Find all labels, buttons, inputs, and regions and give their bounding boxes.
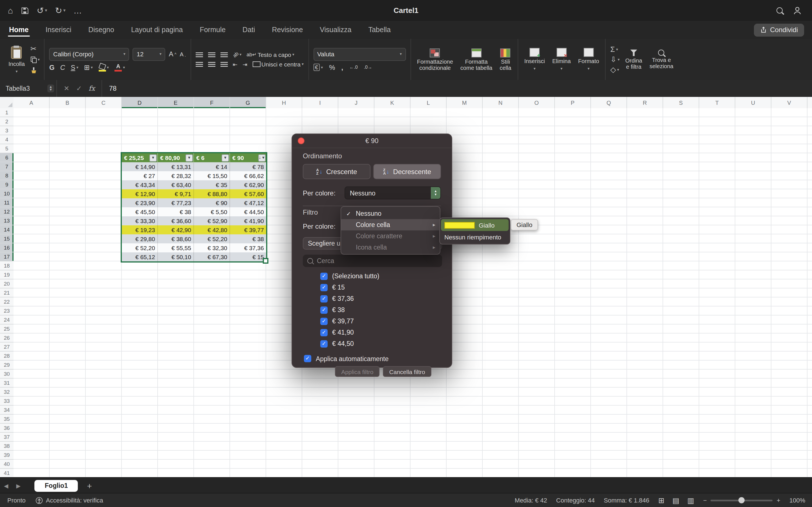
status-count[interactable]: Conteggio: 44 (556, 497, 595, 504)
undo-button[interactable]: ↺▾ (37, 5, 47, 15)
borders-button[interactable]: ⊞▾ (84, 63, 93, 71)
submenu-item-giallo[interactable]: Giallo (441, 219, 509, 231)
row-header-19[interactable]: 19 (0, 270, 13, 279)
search-icon[interactable] (776, 7, 783, 13)
sort-filter-button[interactable]: Ordina e filtra (624, 48, 644, 71)
percent-format-button[interactable]: % (329, 63, 335, 71)
filter-search-input[interactable]: Cerca (303, 255, 442, 267)
increase-font-button[interactable]: A^ (169, 50, 176, 58)
row-header-37[interactable]: 37 (0, 433, 13, 442)
table-cell[interactable]: € 37,36 (230, 243, 266, 252)
format-as-table-button[interactable]: Formatta come tabella (459, 47, 494, 72)
column-header-A[interactable]: A (13, 97, 50, 108)
row-header-31[interactable]: 31 (0, 379, 13, 388)
accessibility-status[interactable]: Accessibilità: verifica (36, 497, 103, 504)
zoom-slider-knob[interactable] (739, 497, 745, 503)
table-cell[interactable]: € 88,80 (194, 189, 230, 198)
table-cell[interactable]: € 9,71 (158, 189, 194, 198)
row-header-2[interactable]: 2 (0, 117, 13, 126)
table-cell[interactable]: € 38,60 (158, 234, 194, 243)
row-header-14[interactable]: 14 (0, 225, 13, 234)
menu-item-nessuno[interactable]: ✓Nessuno (341, 208, 440, 219)
wrap-text-button[interactable]: ab↵Testo a capo▾ (247, 51, 294, 58)
format-cells-button[interactable]: Formato ▾ (576, 47, 601, 72)
table-cell[interactable]: € 65,12 (122, 252, 158, 262)
row-header-41[interactable]: 41 (0, 469, 13, 478)
column-header-S[interactable]: S (663, 97, 699, 108)
tab-inserisci[interactable]: Inserisci (44, 22, 72, 37)
row-header-9[interactable]: 9 (0, 180, 13, 189)
save-icon[interactable] (21, 6, 29, 14)
row-header-40[interactable]: 40 (0, 460, 13, 469)
column-header-C[interactable]: C (86, 97, 122, 108)
filter-dropdown-button[interactable]: ▼ (221, 154, 229, 161)
formula-input[interactable]: 78 (102, 84, 117, 93)
status-sum[interactable]: Somma: € 1.846 (604, 497, 649, 504)
table-cell[interactable]: € 23,90 (122, 198, 158, 207)
column-header-K[interactable]: K (374, 97, 410, 108)
column-header-U[interactable]: U (735, 97, 771, 108)
column-header-B[interactable]: B (50, 97, 86, 108)
underline-button[interactable]: S▾ (71, 63, 79, 71)
more-commands-button[interactable]: … (73, 6, 82, 15)
name-box[interactable]: Tabella3 ▲▼ (0, 80, 57, 97)
column-header-E[interactable]: E (158, 97, 194, 108)
column-header-Q[interactable]: Q (591, 97, 627, 108)
row-header-20[interactable]: 20 (0, 279, 13, 288)
sort-descending-button[interactable]: ZA↓ Decrescente (373, 164, 441, 179)
font-size-select[interactable]: 12▾ (133, 48, 165, 61)
table-cell[interactable]: € 78 (230, 162, 266, 171)
tab-tabella[interactable]: Tabella (367, 22, 392, 37)
decrease-indent-button[interactable]: ⇤ (233, 61, 238, 67)
decrease-font-button[interactable]: A˯ (180, 51, 186, 57)
insert-function-icon[interactable]: fx (89, 84, 95, 93)
find-select-button[interactable]: Trova e seleziona (648, 48, 675, 70)
table-cell[interactable]: € 39,77 (230, 225, 266, 234)
align-middle-icon[interactable] (208, 52, 215, 57)
column-header-J[interactable]: J (338, 97, 374, 108)
row-header-4[interactable]: 4 (0, 135, 13, 144)
column-header-O[interactable]: O (519, 97, 555, 108)
row-header-15[interactable]: 15 (0, 234, 13, 243)
insert-cells-button[interactable]: Inserisci ▾ (522, 47, 546, 72)
table-cell[interactable]: € 63,40 (158, 180, 194, 189)
row-header-12[interactable]: 12 (0, 207, 13, 216)
row-header-11[interactable]: 11 (0, 198, 13, 207)
format-painter-button[interactable] (31, 66, 40, 75)
filter-value-checkbox[interactable] (320, 295, 327, 302)
cancel-entry-icon[interactable]: ✕ (64, 84, 69, 93)
align-left-icon[interactable] (196, 62, 203, 67)
table-cell[interactable]: € 42,80 (194, 225, 230, 234)
table-cell[interactable]: € 12,90 (122, 189, 158, 198)
tab-formule[interactable]: Formule (199, 22, 227, 37)
row-header-38[interactable]: 38 (0, 442, 13, 451)
filter-dropdown-button[interactable]: ▼ (186, 154, 193, 161)
table-cell[interactable]: € 55,55 (158, 243, 194, 252)
table-cell[interactable]: € 52,90 (194, 216, 230, 225)
row-header-36[interactable]: 36 (0, 424, 13, 433)
row-header-26[interactable]: 26 (0, 334, 13, 342)
sort-by-color-select[interactable]: Nessuno ▲▼ (345, 186, 441, 200)
filter-value-item[interactable]: € 44,50 (320, 338, 441, 349)
copy-button[interactable]: ▾ (31, 55, 40, 64)
zoom-out-icon[interactable]: − (703, 497, 707, 504)
column-header-V[interactable]: V (771, 97, 808, 108)
bold-button[interactable]: G (49, 63, 55, 71)
table-cell[interactable]: € 32,30 (194, 243, 230, 252)
table-cell[interactable]: € 50,10 (158, 252, 194, 262)
table-cell[interactable]: € 90 (194, 198, 230, 207)
home-icon[interactable]: ⌂ (8, 6, 13, 15)
row-header-28[interactable]: 28 (0, 351, 13, 360)
column-header-I[interactable]: I (302, 97, 338, 108)
fill-color-button[interactable]: ▾ (98, 63, 109, 71)
row-header-16[interactable]: 16 (0, 243, 13, 252)
sheet-next-icon[interactable]: ▶ (12, 483, 24, 489)
filter-value-checkbox[interactable] (320, 318, 327, 325)
row-header-10[interactable]: 10 (0, 189, 13, 198)
delete-cells-button[interactable]: Elimina ▾ (551, 47, 573, 72)
table-cell[interactable]: € 5,50 (194, 207, 230, 216)
table-cell[interactable]: € 35 (194, 180, 230, 189)
filter-dropdown-button[interactable]: ▼ (149, 154, 157, 161)
row-header-18[interactable]: 18 (0, 262, 13, 270)
auto-apply-row[interactable]: Applica automaticamente (303, 355, 441, 362)
